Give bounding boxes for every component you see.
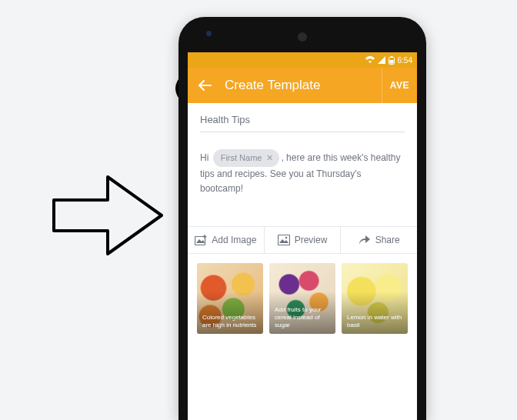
close-icon[interactable]: ✕ [266, 152, 273, 165]
svg-rect-2 [390, 56, 392, 58]
share-button[interactable]: Share [340, 227, 417, 253]
card-caption: Add fruits to your cereal instead of sug… [269, 302, 335, 334]
cell-signal-icon [378, 56, 385, 64]
status-bar: 6:54 [188, 52, 417, 68]
arrow-left-icon [198, 78, 212, 92]
merge-tag-chip[interactable]: First Name✕ [213, 149, 280, 167]
add-image-icon [195, 235, 207, 245]
editor-content: Health Tips Hi First Name✕, here are thi… [188, 103, 417, 203]
image-card[interactable]: Lemon in water with basil [342, 263, 408, 334]
annotation-arrow-icon [46, 169, 169, 262]
preview-button[interactable]: Preview [264, 227, 341, 253]
wifi-icon [365, 56, 375, 64]
phone-earpiece [298, 32, 307, 42]
phone-frame: 6:54 Create Template AVE Health Tips Hi … [178, 17, 426, 420]
tool-label: Share [375, 235, 400, 245]
add-image-button[interactable]: Add Image [188, 227, 264, 253]
card-caption: Colored vegetables are high in nutrients [197, 309, 263, 334]
back-button[interactable] [195, 76, 214, 95]
image-cards: Colored vegetables are high in nutrients… [188, 254, 417, 334]
editor-toolbar: Add Image Preview Share [188, 226, 417, 254]
chip-label: First Name [221, 152, 262, 165]
status-time: 6:54 [398, 56, 412, 65]
subject-field[interactable]: Health Tips [200, 114, 405, 132]
image-card[interactable]: Add fruits to your cereal instead of sug… [269, 263, 335, 334]
svg-rect-3 [389, 60, 393, 64]
body-field[interactable]: Hi First Name✕, here are this week's hea… [200, 149, 405, 195]
page-title: Create Template [225, 78, 320, 93]
battery-icon [389, 56, 395, 65]
image-card[interactable]: Colored vegetables are high in nutrients [197, 263, 263, 334]
preview-icon [278, 235, 290, 245]
save-button[interactable]: AVE [382, 68, 409, 103]
svg-point-6 [285, 237, 287, 239]
phone-bezel-top [178, 17, 426, 52]
body-pre-text: Hi [200, 152, 212, 163]
tool-label: Add Image [212, 235, 256, 245]
share-icon [359, 235, 371, 245]
svg-rect-5 [278, 235, 289, 245]
phone-sensor [206, 31, 212, 36]
tool-label: Preview [295, 235, 328, 245]
card-caption: Lemon in water with basil [342, 309, 408, 334]
phone-screen: 6:54 Create Template AVE Health Tips Hi … [188, 52, 417, 420]
app-bar: Create Template AVE [188, 68, 417, 103]
